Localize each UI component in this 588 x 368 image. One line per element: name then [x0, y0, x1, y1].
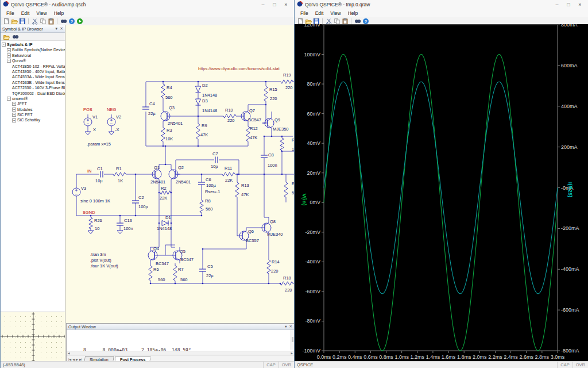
- expand-icon[interactable]: +: [12, 113, 16, 117]
- collapse-icon[interactable]: -: [2, 43, 6, 47]
- menu-help[interactable]: Help: [345, 10, 361, 16]
- menu-file[interactable]: File: [3, 10, 18, 16]
- symbol-preview[interactable]: [1, 312, 65, 361]
- component-label: V3: [81, 186, 86, 191]
- tree-item[interactable]: -Symbols & IP: [1, 42, 65, 47]
- toolbar-save-button[interactable]: [18, 18, 26, 25]
- new-icon: [3, 18, 10, 25]
- find-icon: [12, 33, 19, 40]
- net-label: IN: [87, 168, 92, 174]
- x-axis-tick-label: 0.2ms: [332, 354, 347, 360]
- maximize-button[interactable]: □: [563, 0, 574, 9]
- component-label: Q4: [153, 246, 159, 251]
- junction-dot: [135, 174, 137, 175]
- tree-item[interactable]: -onsemi®: [1, 96, 65, 101]
- output-close-icon[interactable]: ✕: [289, 324, 292, 329]
- expand-icon[interactable]: +: [7, 48, 11, 52]
- junction-dot: [280, 283, 281, 285]
- output-collapse-icon[interactable]: ▾: [285, 324, 287, 329]
- tree-item[interactable]: +SiC Schottky: [1, 117, 65, 122]
- component-label: 100n: [268, 163, 277, 168]
- menu-edit[interactable]: Edit: [312, 10, 327, 16]
- panel-close-icon[interactable]: ✕: [60, 26, 63, 31]
- title-bar[interactable]: Qorvo QSPICE® - AudioAmp.qsch – □ ×: [1, 0, 294, 9]
- toolbar-paste-button[interactable]: [47, 18, 55, 25]
- tree-item-label: ACT43850-102 - RFPoL Voltage Reg: [12, 64, 65, 69]
- component-label: R19: [283, 72, 291, 78]
- expand-icon[interactable]: +: [12, 102, 16, 106]
- component-label: R26: [94, 218, 102, 223]
- component-label: R14: [272, 259, 280, 264]
- toolbar-copy-button[interactable]: [39, 18, 47, 25]
- output-horizontal-scrollbar[interactable]: ◀ ▶: [67, 351, 294, 355]
- component-label: BC557: [246, 238, 259, 243]
- panel-find-button[interactable]: [11, 33, 19, 40]
- toolbar-help-button[interactable]: ?: [68, 18, 75, 25]
- tree-item[interactable]: ACT43850-102 - RFPoL Voltage Reg: [1, 64, 65, 69]
- component-label: -X: [115, 127, 119, 132]
- waveform-plot[interactable]: 120mV100mV80mV60mV40mV20mV0mV-20mV-40mV-…: [295, 24, 588, 361]
- panel-collapse-icon[interactable]: ▾: [56, 26, 58, 31]
- component-label: D2: [202, 83, 208, 88]
- save-icon: [19, 18, 26, 25]
- menu-view[interactable]: View: [327, 10, 344, 16]
- tree-item[interactable]: +Modules: [1, 107, 65, 112]
- tree-item[interactable]: ACT43950 - 400V Input, Battery/Cap: [1, 69, 65, 74]
- expand-icon[interactable]: +: [7, 53, 11, 57]
- toolbar-find-button[interactable]: [60, 18, 67, 25]
- minimize-button[interactable]: –: [257, 0, 269, 9]
- left-axis-tick-label: 40mV: [307, 140, 320, 146]
- tree-item[interactable]: TQP200002 - Dual ESD Diode: [1, 91, 65, 96]
- run-icon: [76, 18, 83, 25]
- menu-file[interactable]: File: [297, 10, 312, 16]
- tree-item[interactable]: +Behavioral: [1, 53, 65, 58]
- component-label: Q1: [154, 165, 160, 170]
- scroll-right-icon[interactable]: ▶: [291, 352, 293, 355]
- title-bar[interactable]: Qorvo QSPICE® - tmp.0.qraw – □ ×: [295, 0, 588, 9]
- junction-dot: [271, 136, 273, 137]
- maximize-button[interactable]: □: [269, 0, 280, 9]
- menu-edit[interactable]: Edit: [18, 10, 33, 16]
- menu-help[interactable]: Help: [51, 10, 67, 16]
- minimize-button[interactable]: –: [551, 0, 563, 9]
- component-label: X: [93, 127, 96, 132]
- net-label: NEG: [107, 107, 116, 112]
- x-axis-tick-label: 0.0ms: [317, 354, 331, 360]
- qorvo-logo-icon: [297, 1, 303, 8]
- close-button[interactable]: ×: [574, 0, 586, 9]
- status-app-name: QSPICE: [295, 362, 313, 367]
- collapse-icon[interactable]: -: [7, 59, 11, 63]
- expand-icon[interactable]: +: [12, 108, 16, 112]
- tree-item[interactable]: +SiC FET: [1, 112, 65, 117]
- x-axis-tick-label: 2.2ms: [488, 354, 502, 360]
- x-axis-tick-label: 1.0ms: [394, 354, 409, 360]
- cursor-coordinates: (-653.5548): [1, 362, 25, 367]
- panel-open-button[interactable]: [2, 33, 10, 40]
- tree-item[interactable]: -Qorvo®: [1, 58, 65, 63]
- component-label: D3: [202, 98, 208, 103]
- toolbar-run-button[interactable]: [76, 18, 83, 25]
- close-button[interactable]: ×: [280, 0, 292, 9]
- component-label: BC547: [248, 117, 261, 122]
- schematic-canvas[interactable]: https://www.diyaudio.com/forums/solid-st…: [65, 25, 295, 361]
- tree-item-label: Qorvo®: [12, 58, 26, 63]
- scroll-left-icon[interactable]: ◀: [68, 352, 69, 355]
- tree-item[interactable]: +JFET: [1, 101, 65, 106]
- status-ovr: OVR: [278, 362, 294, 368]
- menu-view[interactable]: View: [33, 10, 50, 16]
- tree-item[interactable]: ACT4533B - Wide Input Sensorless: [1, 80, 65, 85]
- window-title: Qorvo QSPICE® - tmp.0.qraw: [305, 2, 370, 7]
- component-label: Q8: [270, 219, 276, 224]
- tree-item[interactable]: +Builtin Symbols(Native Devices): [1, 47, 65, 52]
- toolbar-new-button[interactable]: [2, 18, 10, 25]
- component-label: C2: [138, 195, 144, 200]
- toolbar-open-button[interactable]: [10, 18, 18, 25]
- collapse-icon[interactable]: -: [7, 97, 11, 101]
- expand-icon[interactable]: +: [12, 118, 16, 122]
- toolbar-cut-button[interactable]: [31, 18, 38, 25]
- component-label: R3: [167, 128, 172, 133]
- tree-item[interactable]: ACT4533A - Wide Input Sensorless: [1, 74, 65, 79]
- component-label: Q3: [169, 105, 175, 110]
- junction-dot: [119, 215, 121, 217]
- tree-item[interactable]: ACT72350 - 160V 3-Phase BLDC/PM: [1, 85, 65, 90]
